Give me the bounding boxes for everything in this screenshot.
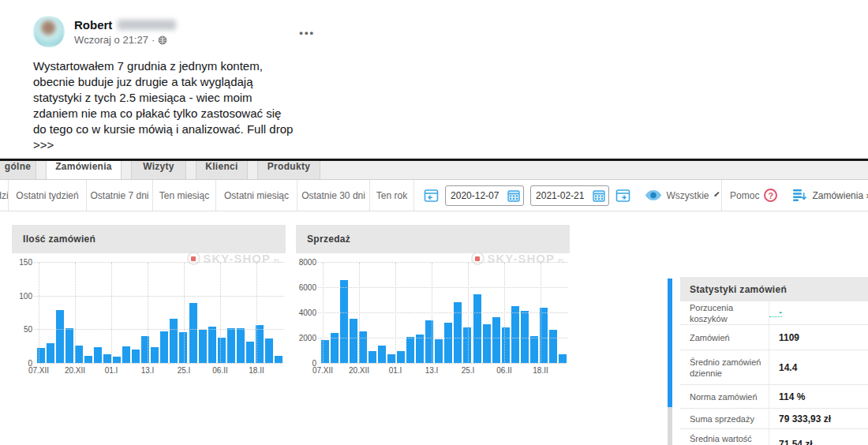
gridline bbox=[359, 263, 360, 364]
calendar-icon[interactable] bbox=[593, 189, 605, 202]
bar bbox=[340, 280, 348, 363]
post-menu-button[interactable]: ••• bbox=[299, 27, 315, 39]
gridline bbox=[318, 287, 568, 288]
gridline bbox=[148, 263, 148, 364]
visibility-dropdown[interactable]: Wszystkie bbox=[640, 180, 722, 211]
chart-title: Sprzedaż bbox=[296, 225, 570, 253]
y-tick-label: 8000 bbox=[296, 258, 316, 267]
stat-value: 114 % bbox=[769, 391, 805, 402]
chart-plot: SKY-SHOP PL 050100150 bbox=[12, 253, 286, 364]
calendar-next-icon[interactable] bbox=[615, 188, 630, 203]
scrollbar-thumb[interactable] bbox=[668, 279, 672, 407]
bar bbox=[132, 350, 140, 363]
author-name[interactable]: Robert bbox=[74, 18, 112, 32]
filter-bar: n tydzień Ostatni tydzień Ostatnie 7 dni… bbox=[0, 180, 868, 211]
bar bbox=[208, 327, 216, 363]
bar bbox=[483, 324, 491, 363]
gridline bbox=[318, 262, 568, 263]
tab-wizyty[interactable]: Wizyty bbox=[131, 161, 186, 180]
chart-title: Ilość zamówień bbox=[12, 225, 286, 253]
bar bbox=[94, 347, 102, 363]
bar bbox=[160, 331, 168, 363]
bar bbox=[75, 346, 83, 363]
tab-gap bbox=[248, 161, 257, 179]
calendar-prev-icon[interactable] bbox=[424, 188, 439, 203]
tab-bar: gólne Zamówienia Wizyty Klienci Produkty bbox=[0, 161, 868, 180]
calendar-icon[interactable] bbox=[507, 189, 520, 202]
chart-plot: SKY-SHOP PL 02000400060008000 bbox=[296, 253, 570, 364]
post-header: Robert Wczoraj o 21:27 · ••• bbox=[33, 16, 305, 47]
x-tick-label: 07.XII bbox=[21, 366, 56, 375]
stats-row-srednia-wartosc: Średnia wartość zamówienia 71,54 zł bbox=[680, 429, 868, 445]
help-button[interactable]: Pomoc ? bbox=[722, 180, 785, 211]
tab-klienci[interactable]: Klienci bbox=[196, 161, 248, 180]
avatar[interactable] bbox=[33, 16, 65, 47]
x-tick-label: 18.II bbox=[239, 366, 274, 375]
tab-zamowienia[interactable]: Zamówienia bbox=[46, 161, 122, 180]
post-text: Wystartowałem 7 grudnia z jednym kontem,… bbox=[33, 58, 294, 153]
stats-row-suma: Suma sprzedaży 79 333,93 zł bbox=[680, 409, 868, 429]
bar bbox=[350, 319, 357, 363]
stat-label: Suma sprzedaży bbox=[680, 409, 769, 428]
x-tick-label: 01.I bbox=[94, 366, 129, 375]
bar bbox=[47, 343, 54, 363]
report-link-label: Zamówienia » rapor bbox=[812, 190, 868, 201]
date-to-input[interactable] bbox=[531, 190, 588, 201]
gridline bbox=[34, 329, 284, 330]
bar bbox=[359, 331, 367, 363]
gridline bbox=[256, 263, 257, 364]
bar bbox=[473, 294, 481, 363]
filter-ten-rok[interactable]: Ten rok bbox=[370, 180, 414, 211]
stat-label: Zamówień bbox=[680, 325, 769, 350]
y-tick-label: 100 bbox=[12, 292, 32, 301]
tab-gap bbox=[36, 161, 46, 179]
bar bbox=[189, 303, 197, 363]
gridline bbox=[323, 263, 324, 364]
bar bbox=[511, 306, 519, 363]
stat-value-link[interactable]: - bbox=[769, 309, 782, 317]
filter-ostatnie-7-dni[interactable]: Ostatnie 7 dni bbox=[87, 180, 153, 211]
bar bbox=[113, 357, 121, 363]
bar bbox=[502, 327, 510, 363]
filter-ostatnie-30-dni[interactable]: Ostatnie 30 dni bbox=[297, 180, 370, 211]
filter-ostatni-tydzien[interactable]: Ostatni tydzień bbox=[9, 180, 87, 211]
x-axis-labels: 07.XII20.XII01.I13.I25.I06.II18.II bbox=[12, 366, 286, 379]
gridline bbox=[432, 263, 432, 364]
bar bbox=[199, 330, 207, 363]
x-tick-label: 20.XII bbox=[342, 366, 376, 375]
tab-produkty[interactable]: Produkty bbox=[257, 161, 320, 180]
post-timestamp[interactable]: Wczoraj o 21:27 bbox=[74, 34, 148, 46]
gridline bbox=[541, 263, 541, 364]
bar bbox=[387, 354, 395, 363]
stat-value: 1109 bbox=[769, 332, 799, 343]
bar bbox=[530, 336, 538, 363]
charts-area: Ilość zamówień SKY-SHOP PL 050100150 07.… bbox=[0, 225, 868, 406]
bar bbox=[549, 330, 557, 363]
orders-report-link[interactable]: Zamówienia » rapor bbox=[785, 180, 868, 211]
tab-gap bbox=[122, 161, 131, 179]
dashboard-screenshot: gólne Zamówienia Wizyty Klienci Produkty… bbox=[0, 159, 868, 406]
gridline bbox=[75, 263, 76, 364]
gridline bbox=[34, 296, 284, 297]
panel-scrollbar[interactable] bbox=[668, 279, 672, 445]
gridline bbox=[111, 263, 112, 364]
x-tick-label: 18.II bbox=[523, 366, 558, 375]
date-from-input[interactable] bbox=[446, 190, 503, 201]
filter-ten-miesiac[interactable]: Ten miesiąc bbox=[153, 180, 216, 211]
bar bbox=[103, 354, 111, 363]
sales-chart: Sprzedaż SKY-SHOP PL 02000400060008000 0… bbox=[296, 225, 570, 379]
order-stats-panel: Statystyki zamówień Porzucenia koszyków … bbox=[668, 277, 868, 445]
stats-row-srednio-dziennie: Średnio zamówień dziennie 14.4 bbox=[680, 350, 868, 385]
stat-value: 71,54 zł bbox=[769, 439, 813, 445]
tab-ogolne[interactable]: gólne bbox=[0, 161, 36, 180]
facebook-post: Robert Wczoraj o 21:27 · ••• Wystartował… bbox=[33, 16, 305, 153]
stat-label: Średnio zamówień dziennie bbox=[680, 350, 769, 384]
y-tick-label: 150 bbox=[12, 258, 32, 267]
x-tick-label: 06.II bbox=[487, 366, 522, 375]
help-label: Pomoc bbox=[730, 190, 759, 201]
bar bbox=[406, 337, 414, 363]
post-identity: Robert Wczoraj o 21:27 · bbox=[74, 16, 176, 46]
gridline bbox=[318, 338, 568, 338]
filter-ostatni-miesiac[interactable]: Ostatni miesiąc bbox=[216, 180, 297, 211]
filter-ten-tydzien[interactable]: n tydzień bbox=[0, 180, 9, 211]
